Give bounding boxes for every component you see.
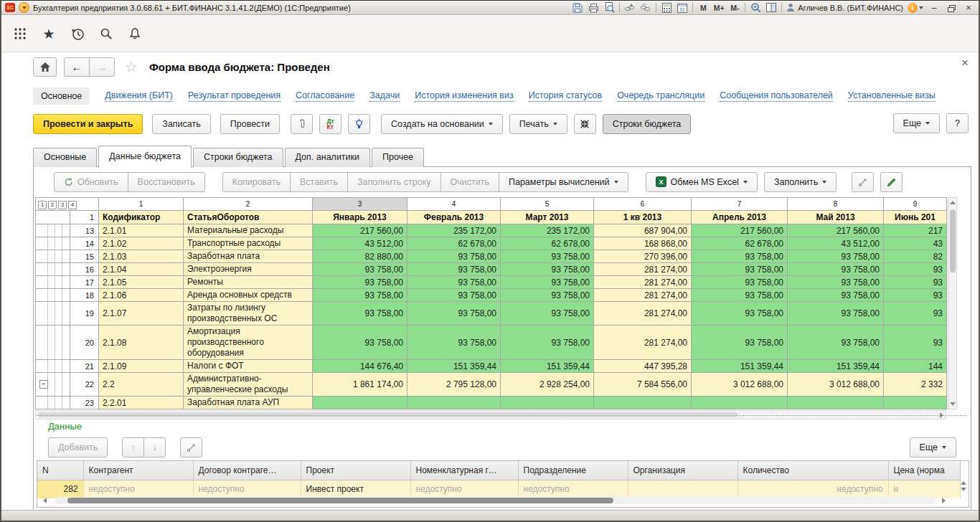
move-up-button[interactable]: ↑ <box>122 437 144 457</box>
grid-cell-value[interactable] <box>594 397 692 409</box>
nav-link[interactable]: История изменения виз <box>415 90 514 102</box>
window-menu-button[interactable] <box>19 2 29 13</box>
grid-cell-value[interactable] <box>501 397 594 409</box>
main-menu-icon[interactable] <box>11 24 29 43</box>
grid-cell-value[interactable] <box>692 397 788 409</box>
grid-cell-value[interactable]: 93 <box>884 263 947 276</box>
hint-button[interactable] <box>348 114 370 134</box>
grid-cell-value[interactable]: 93 758,00 <box>407 289 501 302</box>
notifications-icon[interactable] <box>126 24 144 43</box>
column-number-header[interactable]: 1 <box>99 198 184 211</box>
data-column-header[interactable]: Номенклатурная г… <box>410 461 518 480</box>
grid-cell-value[interactable]: 151 359,44 <box>788 360 884 373</box>
paste-button[interactable]: Вставить <box>290 172 348 192</box>
excel-exchange-button[interactable]: XОбмен MS Excel <box>646 172 758 192</box>
budget-lines-button[interactable]: Строки бюджета <box>603 114 692 134</box>
help-button[interactable]: ? <box>946 113 969 133</box>
tab-active[interactable]: Данные бюджета <box>98 146 192 168</box>
grid-column-header[interactable]: Март 2013 <box>501 211 594 224</box>
grid-cell-code[interactable]: 2.1.05 <box>99 276 184 289</box>
grid-cell-value[interactable]: 447 395,28 <box>594 360 692 373</box>
more-button[interactable]: Еще <box>893 113 940 133</box>
clear-button[interactable]: Очистить <box>440 172 499 192</box>
favorite-star-icon[interactable]: ☆ <box>125 58 138 75</box>
scroll-thumb[interactable] <box>67 498 613 503</box>
grid-cell-value[interactable]: 93 758,00 <box>501 263 594 276</box>
row-number[interactable]: 18 <box>70 289 99 302</box>
nav-link[interactable]: Сообщения пользователей <box>720 90 833 102</box>
grid-column-header[interactable]: Февраль 2013 <box>407 211 501 224</box>
data-column-header[interactable]: Подразделение <box>518 461 628 480</box>
grid-column-header[interactable]: Январь 2013 <box>313 211 407 224</box>
grid-cell-value[interactable]: 93 758,00 <box>407 326 501 360</box>
grid-cell-value[interactable]: 93 758,00 <box>407 250 501 263</box>
grid-column-header[interactable]: Апрель 2013 <box>692 211 788 224</box>
data-column-header[interactable]: Количество <box>738 461 888 480</box>
grid-cell-value[interactable]: 43 <box>884 237 947 250</box>
print-preview-icon[interactable] <box>603 2 615 14</box>
grid-cell-value[interactable]: 281 274,00 <box>594 302 692 326</box>
favorites-icon[interactable]: ★ <box>39 24 58 43</box>
print-button[interactable]: Печать <box>509 114 567 134</box>
grid-cell-value[interactable]: 93 <box>884 302 947 326</box>
grid-cell-item[interactable]: Административно-управленческие расходы <box>184 373 313 397</box>
grid-cell-value[interactable]: 144 676,40 <box>313 360 407 373</box>
create-based-on-button[interactable]: Создать на основании <box>381 114 503 134</box>
group-level-button[interactable]: 4 <box>68 201 77 209</box>
data-cell[interactable]: недоступно <box>518 480 628 498</box>
grid-cell-value[interactable]: 93 758,00 <box>313 263 407 276</box>
grid-cell-item[interactable]: Амортизация производственного оборудован… <box>184 326 313 360</box>
grid-cell-value[interactable]: 93 758,00 <box>313 326 407 360</box>
grid-cell-value[interactable]: 93 758,00 <box>501 302 594 326</box>
grid-column-header[interactable]: СтатьяОборотов <box>184 211 313 224</box>
row-number[interactable]: 20 <box>70 326 99 360</box>
save-icon[interactable] <box>572 2 583 14</box>
calendar-icon[interactable]: 31 <box>677 2 688 14</box>
data-column-header[interactable]: Договор контраге… <box>193 461 301 480</box>
data-horizontal-scrollbar[interactable] <box>55 497 936 504</box>
copy-button[interactable]: Копировать <box>222 172 291 192</box>
write-button[interactable]: Записать <box>152 114 210 134</box>
grid-cell-value[interactable]: 281 274,00 <box>594 276 692 289</box>
grid-cell-value[interactable]: 93 <box>884 276 947 289</box>
grid-vertical-scrollbar[interactable] <box>948 197 957 409</box>
grid-cell-value[interactable]: 62 678,00 <box>692 237 788 250</box>
grid-cell-item[interactable]: Аренда основных средств <box>184 289 313 302</box>
grid-cell-value[interactable]: 217 560,00 <box>313 224 407 237</box>
grid-cell-value[interactable]: 93 758,00 <box>692 302 788 326</box>
grid-cell-value[interactable]: 93 758,00 <box>788 263 884 276</box>
data-column-header[interactable]: Проект <box>301 461 410 480</box>
grid-cell-value[interactable]: 93 758,00 <box>501 250 594 263</box>
resize-grid-button[interactable] <box>852 172 874 192</box>
grid-cell-value[interactable]: 93 758,00 <box>692 289 788 302</box>
close-form-button[interactable]: × <box>961 57 969 69</box>
grid-cell-value[interactable]: 93 758,00 <box>407 263 501 276</box>
grid-cell-code[interactable]: 2.1.04 <box>99 263 184 276</box>
post-and-close-button[interactable]: Провести и закрыть <box>33 114 143 134</box>
print-icon[interactable] <box>588 2 599 14</box>
grid-cell-value[interactable]: 93 758,00 <box>313 276 407 289</box>
grid-cell-value[interactable]: 82 <box>884 250 947 263</box>
grid-cell-item[interactable]: Налоги с ФОТ <box>184 360 313 373</box>
nav-link[interactable]: Результат проведения <box>188 90 281 102</box>
back-button[interactable]: ← <box>64 57 90 77</box>
row-number[interactable]: 23 <box>70 397 99 409</box>
grid-cell-value[interactable]: 7 584 556,00 <box>594 373 692 397</box>
grid-cell-code[interactable]: 2.1.09 <box>99 360 184 373</box>
grid-cell-code[interactable]: 2.1.06 <box>99 289 184 302</box>
grid-cell-value[interactable]: 3 012 688,00 <box>692 373 788 397</box>
column-number-header[interactable]: 8 <box>788 198 884 211</box>
grid-cell-value[interactable]: 93 758,00 <box>501 326 594 360</box>
grid-cell-value[interactable]: 93 758,00 <box>788 289 884 302</box>
nav-link[interactable]: Движения (БИТ) <box>105 90 173 102</box>
tab-item[interactable]: Основные <box>33 148 97 167</box>
grid-cell-value[interactable]: 235 172,00 <box>501 224 594 237</box>
grid-column-header[interactable]: Кодификатор <box>99 211 184 224</box>
row-number[interactable]: 19 <box>70 302 99 326</box>
data-cell[interactable] <box>628 480 738 498</box>
grid-cell-value[interactable] <box>788 397 884 409</box>
fill-row-button[interactable]: Заполнить строку <box>347 172 441 192</box>
row-number[interactable]: 16 <box>70 263 99 276</box>
minimize-button[interactable]: – <box>928 2 941 14</box>
row-number[interactable]: 1 <box>70 211 99 224</box>
